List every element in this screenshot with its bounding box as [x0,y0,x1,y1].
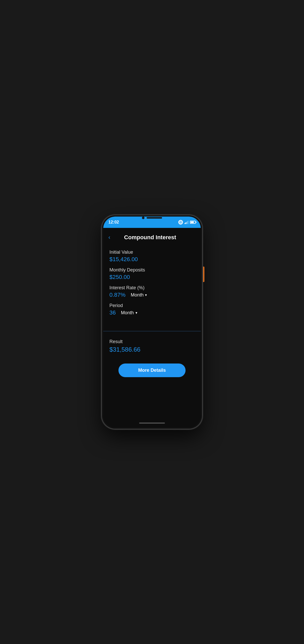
status-time: 12:02 [108,220,119,225]
period-unit-label: Month [121,310,134,316]
initial-value-group: Initial Value $15,426.00 [109,250,195,263]
speaker [147,217,162,219]
more-details-button[interactable]: More Details [118,364,186,377]
interest-rate-period-dropdown[interactable]: Month ▾ [131,292,147,298]
header: ‹ Compound Interest [103,228,201,244]
button-container: More Details [103,356,201,382]
monthly-deposits-group: Monthly Deposits $250.00 [109,267,195,280]
initial-value-field[interactable]: $15,426.00 [109,256,195,263]
signal-icon [185,221,188,224]
monthly-deposits-field[interactable]: $250.00 [109,274,195,280]
period-group: Period 36 Month ▾ [109,303,195,316]
result-value: $31,586.66 [109,346,195,353]
period-unit-dropdown[interactable]: Month ▾ [121,310,137,316]
result-section: Result $31,586.66 [103,336,201,356]
interest-rate-value[interactable]: 0.87% [109,292,125,298]
period-row: 36 Month ▾ [109,309,195,316]
camera [142,217,145,219]
interest-rate-group: Interest Rate (%) 0.87% Month ▾ [109,285,195,298]
period-value[interactable]: 36 [109,309,116,316]
interest-rate-period-label: Month [131,292,143,298]
back-button[interactable]: ‹ [108,233,112,242]
app-content: ‹ Compound Interest Initial Value $15,42… [103,228,201,419]
interest-rate-row: 0.87% Month ▾ [109,292,195,298]
period-label: Period [109,303,195,308]
section-divider [103,331,201,331]
battery-icon [190,221,196,224]
chevron-down-icon-2: ▾ [135,311,137,315]
chrome-icon [178,220,183,225]
result-label: Result [109,339,195,344]
page-title: Compound Interest [112,234,196,241]
form-content: Initial Value $15,426.00 Monthly Deposit… [103,244,201,326]
status-icons [178,220,196,225]
initial-value-label: Initial Value [109,250,195,255]
home-indicator [103,419,201,427]
monthly-deposits-label: Monthly Deposits [109,267,195,273]
home-bar [139,423,165,424]
interest-rate-label: Interest Rate (%) [109,285,195,291]
chevron-down-icon: ▾ [145,293,147,297]
